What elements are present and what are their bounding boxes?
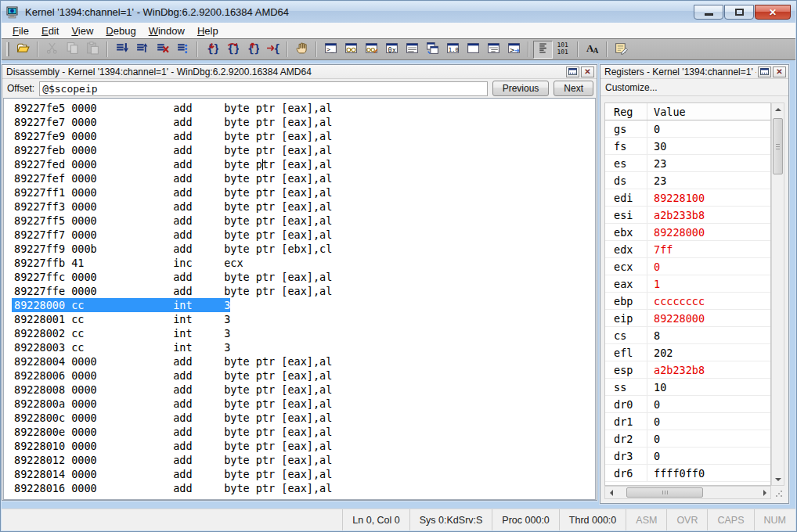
menu-item[interactable]: View (65, 23, 99, 38)
disassembly-window-button[interactable]: 1.0 (443, 41, 463, 59)
next-button[interactable]: Next (554, 81, 593, 96)
disassembly-float-button[interactable] (566, 66, 579, 77)
disasm-line[interactable]: 8922800a0000addbyte ptr [eax],al (14, 397, 595, 411)
register-row[interactable]: ecx 0 (605, 258, 770, 275)
stop-debugging-button[interactable] (153, 41, 172, 59)
memory-window-button[interactable] (402, 41, 422, 59)
register-row[interactable]: eip 89228000 (605, 310, 770, 327)
register-row[interactable]: edx 7ff (605, 241, 770, 258)
disasm-line[interactable]: 89227ff70000addbyte ptr [eax],al (14, 228, 595, 242)
scroll-up-button[interactable] (772, 103, 784, 115)
source-mode-off-button[interactable]: 101101 (554, 41, 573, 59)
disasm-line[interactable]: 89228000ccint3 (14, 298, 595, 312)
register-row[interactable]: ss 10 (605, 379, 770, 396)
register-row[interactable]: fs 30 (605, 138, 770, 155)
registers-window-button[interactable]: 0x (382, 41, 402, 59)
disasm-line[interactable]: 892280080000addbyte ptr [eax],al (14, 383, 595, 397)
disasm-line[interactable]: 89228001ccint3 (14, 312, 595, 326)
disasm-line[interactable]: 89227ffc0000addbyte ptr [eax],al (14, 270, 595, 284)
disassembly-listing[interactable]: 89227fe50000addbyte ptr [eax],al 89227fe… (3, 98, 596, 500)
scratch-pad-window-button[interactable] (463, 41, 483, 59)
menu-item[interactable]: File (6, 23, 35, 38)
offset-input[interactable] (39, 81, 487, 96)
disasm-line[interactable]: 892280160000addbyte ptr [eax],al (14, 481, 595, 495)
disasm-line[interactable]: 89227feb0000addbyte ptr [eax],al (14, 143, 595, 157)
processes-window-button[interactable] (484, 41, 503, 59)
registers-title-bar[interactable]: Registers - Kernel '1394:channel=1' - W … (600, 65, 788, 79)
disassembly-close-button[interactable]: ✕ (581, 66, 594, 77)
previous-button[interactable]: Previous (492, 81, 550, 96)
register-row[interactable]: ebx 89228000 (605, 224, 770, 241)
font-button[interactable]: AA (582, 41, 602, 59)
register-row[interactable]: esi a2b233b8 (605, 207, 770, 224)
register-row[interactable]: eax 1 (605, 275, 770, 293)
menu-item[interactable]: Window (142, 23, 191, 38)
scroll-down-button[interactable] (772, 473, 784, 485)
step-into-button[interactable]: {} (202, 41, 222, 59)
locals-window-button[interactable] (362, 41, 381, 59)
disasm-line[interactable]: 892280120000addbyte ptr [eax],al (14, 453, 595, 467)
step-over-button[interactable]: {} (222, 41, 242, 59)
close-button[interactable]: ✕ (755, 5, 791, 20)
register-row[interactable]: esp a2b232b8 (605, 361, 770, 379)
disasm-line[interactable]: 8922800c0000addbyte ptr [eax],al (14, 411, 595, 425)
registers-float-button[interactable] (758, 66, 771, 77)
menu-item[interactable]: Help (191, 23, 225, 38)
disasm-line[interactable]: 892280140000addbyte ptr [eax],al (14, 467, 595, 481)
open-source-file-button[interactable] (13, 41, 33, 59)
register-row[interactable]: gs 0 (605, 120, 770, 138)
scroll-right-button[interactable] (759, 487, 770, 498)
disasm-line[interactable]: 89228002ccint3 (14, 326, 595, 340)
register-row[interactable]: edi 89228100 (605, 189, 770, 207)
command-browser-window-button[interactable]: > (504, 41, 524, 59)
disasm-line[interactable]: 892280100000addbyte ptr [eax],al (14, 439, 595, 453)
register-row[interactable]: dr3 0 (605, 448, 770, 465)
register-row[interactable]: es 23 (605, 155, 770, 172)
register-row[interactable]: ebp cccccccc (605, 293, 770, 310)
disasm-line[interactable]: 89227fe90000addbyte ptr [eax],al (14, 129, 595, 143)
scroll-left-button[interactable] (605, 487, 617, 498)
disasm-line[interactable]: 89227ff50000addbyte ptr [eax],al (14, 214, 595, 228)
menu-item[interactable]: Edit (35, 23, 65, 38)
break-button[interactable] (292, 41, 312, 59)
disasm-line[interactable]: 89227fed0000addbyte ptr [eax],al (14, 157, 595, 171)
disasm-line[interactable]: 89227ff9000baddbyte ptr [ebx],cl (14, 242, 595, 256)
resize-grip[interactable] (771, 486, 784, 499)
call-stack-window-button[interactable] (423, 41, 442, 59)
source-mode-on-button[interactable] (533, 41, 553, 59)
register-row[interactable]: cs 8 (605, 327, 770, 344)
vertical-scrollbar[interactable] (771, 102, 784, 486)
maximize-button[interactable] (724, 5, 754, 20)
disasm-line[interactable]: 89227fe70000addbyte ptr [eax],al (14, 115, 595, 129)
toolbar-grip[interactable] (6, 42, 9, 56)
disasm-line[interactable]: 89227ffe0000addbyte ptr [eax],al (14, 284, 595, 298)
disasm-line[interactable]: 892280040000addbyte ptr [eax],al (14, 354, 595, 368)
disasm-line[interactable]: 892280060000addbyte ptr [eax],al (14, 368, 595, 383)
disasm-line[interactable]: 89228003ccint3 (14, 340, 595, 354)
disasm-line[interactable]: 89227ffb41incecx (14, 256, 595, 270)
vertical-scroll-thumb[interactable] (773, 118, 783, 174)
register-row[interactable]: dr0 0 (605, 396, 770, 413)
horizontal-scroll-thumb[interactable] (626, 487, 703, 498)
step-out-button[interactable]: {} (243, 41, 262, 59)
disasm-line[interactable]: 89227fef0000addbyte ptr [eax],al (14, 171, 595, 185)
register-row[interactable]: dr6 ffff0ff0 (605, 465, 770, 482)
disassembly-title-bar[interactable]: Disassembly - Kernel '1394:channel=1' - … (2, 65, 597, 79)
register-row[interactable]: ds 23 (605, 172, 770, 189)
detach-button[interactable] (173, 41, 193, 59)
registers-close-button[interactable]: ✕ (773, 66, 786, 77)
disasm-line[interactable]: 89227fe50000addbyte ptr [eax],al (14, 101, 595, 115)
options-button[interactable] (611, 41, 631, 59)
register-row[interactable]: dr1 0 (605, 413, 770, 430)
register-row[interactable]: efl 202 (605, 344, 770, 361)
disasm-line[interactable]: 89227ff30000addbyte ptr [eax],al (14, 200, 595, 214)
restart-button[interactable] (132, 41, 152, 59)
horizontal-scrollbar[interactable] (604, 486, 771, 499)
go-button[interactable] (112, 41, 132, 59)
disasm-line[interactable]: 89227ff10000addbyte ptr [eax],al (14, 185, 595, 200)
minimize-button[interactable] (694, 5, 723, 20)
customize-button[interactable]: Customize... (600, 79, 788, 96)
disasm-line[interactable]: 8922800e0000addbyte ptr [eax],al (14, 425, 595, 439)
menu-item[interactable]: Debug (99, 23, 142, 38)
command-window-button[interactable]: >_ (321, 41, 341, 59)
